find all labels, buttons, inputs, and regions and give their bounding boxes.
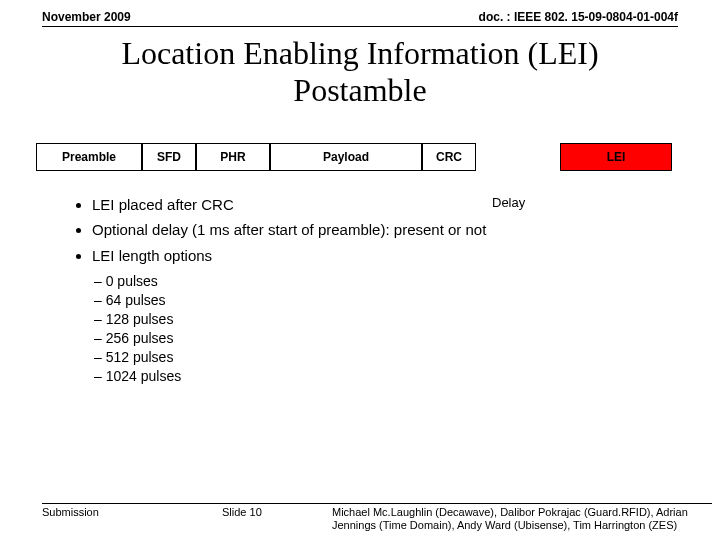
footer-authors: Michael Mc.Laughlin (Decawave), Dalibor …: [332, 506, 712, 532]
packet-structure: Preamble SFD PHR Payload CRC LEI: [36, 143, 720, 171]
header-docref: doc. : IEEE 802. 15-09-0804-01-004f: [479, 10, 678, 24]
field-crc: CRC: [422, 143, 476, 171]
header-rule: [42, 26, 678, 27]
field-sfd: SFD: [142, 143, 196, 171]
header-date: November 2009: [42, 10, 131, 24]
length-option: 1024 pulses: [94, 368, 720, 384]
title-line1: Location Enabling Information (LEI): [121, 35, 598, 71]
footer: Submission Slide 10 Michael Mc.Laughlin …: [0, 503, 720, 532]
footer-left: Submission: [42, 506, 222, 518]
content-area: Delay LEI placed after CRC Optional dela…: [74, 195, 720, 385]
field-payload: Payload: [270, 143, 422, 171]
field-preamble: Preamble: [36, 143, 142, 171]
field-gap: [476, 143, 560, 171]
footer-rule: [42, 503, 712, 504]
length-option: 128 pulses: [94, 311, 720, 327]
bullet-item: LEI length options: [92, 246, 720, 266]
bullet-item: LEI placed after CRC: [92, 195, 720, 215]
field-lei: LEI: [560, 143, 672, 171]
length-option: 256 pulses: [94, 330, 720, 346]
length-options-list: 0 pulses 64 pulses 128 pulses 256 pulses…: [94, 273, 720, 384]
bullet-list: LEI placed after CRC Optional delay (1 m…: [74, 195, 720, 266]
title-line2: Postamble: [293, 72, 426, 108]
length-option: 0 pulses: [94, 273, 720, 289]
footer-slide-number: Slide 10: [222, 506, 332, 518]
header: November 2009 doc. : IEEE 802. 15-09-080…: [0, 0, 720, 24]
length-option: 512 pulses: [94, 349, 720, 365]
page-title: Location Enabling Information (LEI) Post…: [20, 35, 700, 109]
delay-label: Delay: [492, 195, 525, 210]
length-option: 64 pulses: [94, 292, 720, 308]
field-phr: PHR: [196, 143, 270, 171]
bullet-item: Optional delay (1 ms after start of prea…: [92, 220, 720, 240]
